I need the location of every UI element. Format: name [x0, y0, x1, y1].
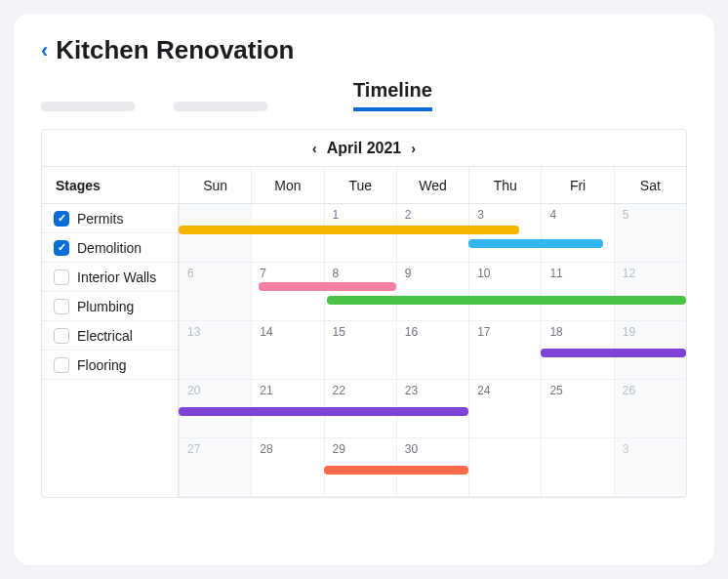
calendar-cell[interactable]: 20 — [179, 380, 251, 438]
day-header: Tue — [324, 167, 396, 203]
month-prev-icon[interactable]: ‹ — [312, 141, 317, 156]
calendar-cell[interactable]: 11 — [541, 263, 613, 321]
day-header-row: Stages Sun Mon Tue Wed Thu Fri Sat — [42, 167, 686, 204]
stage-label: Demolition — [77, 240, 142, 256]
calendar-cell[interactable]: 2 — [396, 204, 468, 263]
calendar-cell[interactable]: 6 — [179, 263, 251, 321]
month-nav: ‹ April 2021 › — [42, 130, 686, 167]
month-next-icon[interactable]: › — [411, 141, 416, 156]
calendar-cell[interactable]: 30 — [396, 438, 468, 497]
calendar-cell[interactable] — [468, 438, 541, 497]
stage-checkbox[interactable] — [54, 328, 69, 344]
calendar-grid: 1234567891011121314151617181920212223242… — [179, 204, 686, 497]
stage-item: Plumbing — [42, 292, 178, 321]
stage-label: Permits — [77, 211, 123, 227]
back-icon[interactable]: ‹ — [41, 38, 48, 63]
calendar-cell[interactable]: 1 — [324, 204, 396, 263]
calendar-cell[interactable]: 4 — [541, 204, 613, 263]
day-header: Mon — [251, 167, 323, 203]
timeline-panel: ‹ April 2021 › Stages Sun Mon Tue Wed Th… — [41, 129, 687, 498]
calendar-cell[interactable]: 10 — [468, 263, 541, 321]
calendar-cell[interactable]: 17 — [468, 321, 541, 380]
calendar-cell[interactable]: 27 — [179, 438, 251, 497]
stage-item: Flooring — [42, 351, 178, 380]
stage-checkbox[interactable] — [54, 211, 69, 227]
stage-checkbox[interactable] — [54, 269, 69, 285]
month-label: April 2021 — [327, 140, 401, 157]
calendar-cell[interactable]: 28 — [251, 438, 323, 497]
stage-item: Demolition — [42, 233, 178, 263]
project-card: ‹ Kitchen Renovation Timeline ‹ April 20… — [14, 14, 714, 565]
day-header: Wed — [396, 167, 468, 203]
day-header: Sun — [179, 167, 251, 203]
calendar-cell[interactable]: 23 — [396, 380, 468, 438]
stage-label: Flooring — [77, 357, 127, 373]
stages-list: PermitsDemolitionInterior WallsPlumbingE… — [42, 204, 179, 497]
calendar-cell[interactable]: 15 — [324, 321, 396, 380]
calendar-cell[interactable]: 19 — [614, 321, 686, 380]
calendar-cell[interactable]: 3 — [614, 438, 686, 497]
tab-placeholder[interactable] — [41, 102, 135, 111]
calendar-cell[interactable]: 8 — [324, 263, 396, 321]
timeline-body: PermitsDemolitionInterior WallsPlumbingE… — [42, 204, 686, 497]
calendar-cell[interactable] — [179, 204, 251, 263]
tab-bar: Timeline — [41, 79, 687, 111]
calendar-cell[interactable]: 13 — [179, 321, 251, 380]
calendar-cell[interactable]: 29 — [324, 438, 396, 497]
calendar-cell[interactable] — [251, 204, 323, 263]
calendar-cell[interactable]: 21 — [251, 380, 323, 438]
page-title: Kitchen Renovation — [56, 35, 294, 65]
calendar-cell[interactable]: 14 — [251, 321, 323, 380]
calendar-cell[interactable]: 26 — [614, 380, 686, 438]
stage-item: Interior Walls — [42, 263, 178, 292]
calendar-cell[interactable]: 24 — [468, 380, 541, 438]
day-header: Thu — [468, 167, 541, 203]
stage-checkbox[interactable] — [54, 299, 69, 314]
stage-item: Permits — [42, 204, 178, 233]
stage-checkbox[interactable] — [54, 240, 69, 256]
calendar-cell[interactable]: 22 — [324, 380, 396, 438]
stage-checkbox[interactable] — [54, 357, 69, 373]
calendar-cell[interactable] — [541, 438, 613, 497]
calendar-cell[interactable]: 7 — [251, 263, 323, 321]
calendar-cell[interactable]: 9 — [396, 263, 468, 321]
stage-item: Electrical — [42, 321, 178, 351]
calendar-cell[interactable]: 12 — [614, 263, 686, 321]
day-header: Sat — [614, 167, 686, 203]
calendar-cell[interactable]: 3 — [468, 204, 541, 263]
stage-label: Electrical — [77, 328, 133, 344]
calendar-cell[interactable]: 16 — [396, 321, 468, 380]
calendar-cell[interactable]: 5 — [614, 204, 686, 263]
stage-label: Interior Walls — [77, 269, 156, 285]
calendar: 1234567891011121314151617181920212223242… — [179, 204, 686, 497]
project-header: ‹ Kitchen Renovation — [41, 35, 687, 65]
tab-timeline[interactable]: Timeline — [353, 79, 432, 111]
day-header: Fri — [541, 167, 613, 203]
calendar-cell[interactable]: 18 — [541, 321, 613, 380]
tab-placeholder[interactable] — [174, 102, 267, 111]
calendar-cell[interactable]: 25 — [541, 380, 613, 438]
stage-label: Plumbing — [77, 299, 134, 314]
stages-header: Stages — [42, 167, 179, 203]
